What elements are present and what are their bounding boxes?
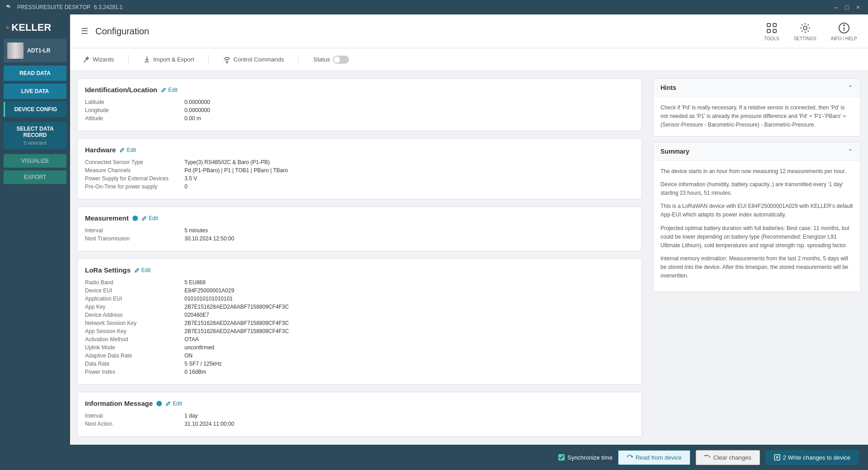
sensor-type-value: Type(3) RS485/I2C & Baro (P1-PB) (184, 159, 270, 165)
field-lora-8: Uplink Modeunconfirmed (85, 344, 634, 351)
lora-field-value-4: 020460E7 (184, 312, 209, 318)
field-lora-9: Adaptive Data RateON (85, 352, 634, 359)
summary-paragraph-4: Internal memory estimation: Measurements… (660, 254, 853, 281)
topbar-left: ☰ Configuration (81, 26, 149, 37)
measurement-indicator (132, 216, 138, 221)
maximize-button[interactable]: □ (843, 3, 852, 12)
lora-field-label-6: App Session Key (85, 328, 184, 334)
info-message-section: Information Message Edit Interval 1 day (77, 392, 642, 437)
lora-field-value-2: 0101010101010101 (184, 296, 233, 302)
summary-paragraph-0: The device starts in an hour from now me… (660, 167, 853, 176)
lora-field-value-3: 2B7E151628AED2A6ABF7158809CF4F3C (184, 304, 289, 310)
clear-changes-label: Clear changes (713, 454, 751, 461)
lora-field-label-4: Device Address (85, 312, 184, 318)
control-commands-button[interactable]: Control Commands (220, 54, 288, 65)
titlebar: PRESSURESUITE DESKTOP 6.3.24291.1 – □ × (0, 0, 868, 14)
device-config-button[interactable]: DEVICE CONFIG (4, 102, 66, 117)
toolbar-sep-3 (298, 54, 299, 65)
sidebar-logo: + KELLER (0, 14, 70, 37)
read-from-device-button[interactable]: Read from device (618, 450, 690, 465)
info-message-title: Information Message (85, 400, 153, 407)
settings-button[interactable]: SETTINGS (794, 22, 816, 41)
field-altitude: Altitude 0.00 m (85, 115, 634, 122)
write-changes-label: 2 Write changes to device (783, 454, 850, 461)
identification-edit-link[interactable]: Edit (161, 87, 178, 93)
sync-checkbox[interactable] (558, 454, 565, 461)
wizards-label: Wizards (93, 56, 114, 63)
info-message-edit-label: Edit (173, 400, 182, 407)
page-title: Configuration (95, 26, 149, 37)
field-pre-on-time: Pre-On-Time for power supply 0 (85, 183, 634, 190)
info-message-edit-link[interactable]: Edit (165, 400, 182, 407)
status-label: Status (313, 56, 330, 63)
app-logo-icon (5, 3, 14, 11)
summary-header: Summary ⌃ (653, 142, 860, 161)
pencil-icon-hw (119, 147, 125, 153)
field-lora-6: App Session Key2B7E151628AED2A6ABF715880… (85, 328, 634, 334)
topbar: ☰ Configuration TOOLS (70, 14, 868, 48)
live-data-button[interactable]: LIVE DATA (4, 84, 66, 99)
hardware-edit-label: Edit (127, 147, 136, 153)
latitude-label: Latitude (85, 99, 184, 105)
refresh-icon (627, 454, 633, 461)
field-next-action: Next Action 31.10.2024 11:00:00 (85, 421, 634, 427)
content-area: ☰ Configuration TOOLS (70, 14, 868, 470)
toolbar-sep-2 (208, 54, 209, 65)
write-changes-button[interactable]: 2 Write changes to device (765, 450, 859, 465)
bottom-bar: Synchronize time Read from device Clear … (70, 445, 868, 470)
power-supply-value: 3.5 V (184, 175, 197, 182)
info-interval-value: 1 day (184, 413, 198, 419)
field-lora-0: Radio Band5 EU868 (85, 279, 634, 286)
latitude-value: 0.0000000 (184, 99, 210, 105)
lora-field-label-1: Device EUI (85, 287, 184, 294)
altitude-label: Altitude (85, 115, 184, 122)
toolbar-sep-1 (128, 54, 129, 65)
sidebar-device[interactable]: ADT1-LR (4, 39, 66, 62)
measurement-edit-link[interactable]: Edit (142, 215, 158, 221)
lora-field-value-10: 5 SF7 / 125kHz (184, 361, 222, 367)
pencil-icon (161, 87, 166, 93)
close-button[interactable]: × (854, 3, 863, 12)
info-message-header: Information Message Edit (85, 400, 634, 407)
brand-logo: + KELLER (5, 22, 65, 33)
wizards-button[interactable]: Wizards (79, 54, 118, 65)
pre-on-time-value: 0 (184, 183, 188, 190)
menu-icon[interactable]: ☰ (81, 26, 88, 36)
pencil-icon-m (142, 216, 147, 221)
identification-header: Identification/Location Edit (85, 86, 634, 94)
export-button[interactable]: EXPORT (4, 170, 66, 184)
info-button[interactable]: INFO / HELP (831, 22, 857, 41)
hardware-header: Hardware Edit (85, 146, 634, 154)
hints-collapse-button[interactable]: ⌃ (848, 84, 853, 91)
hardware-section: Hardware Edit Connected Sensor Type Type… (77, 138, 642, 199)
window-controls: – □ × (832, 3, 863, 12)
svg-rect-3 (773, 29, 776, 33)
field-next-transmission: Next Transmission 30.10.2024 12:50:00 (85, 235, 634, 242)
field-sensor-type: Connected Sensor Type Type(3) RS485/I2C … (85, 159, 634, 165)
tools-label: TOOLS (764, 36, 779, 41)
tools-button[interactable]: TOOLS (764, 22, 779, 41)
clear-changes-button[interactable]: Clear changes (696, 450, 760, 465)
lora-field-label-9: Adaptive Data Rate (85, 352, 184, 359)
minimize-button[interactable]: – (832, 3, 841, 12)
interval-value: 5 minutes (184, 227, 208, 234)
brand-cross: + (5, 24, 9, 32)
hardware-edit-link[interactable]: Edit (119, 147, 136, 153)
hardware-title: Hardware (85, 146, 116, 154)
gear-icon (799, 22, 811, 34)
svg-point-11 (226, 62, 227, 63)
status-toggle[interactable] (333, 56, 349, 64)
summary-title: Summary (660, 148, 689, 155)
visualize-button[interactable]: VISUALIZE (4, 154, 66, 168)
longitude-label: Longitude (85, 107, 184, 113)
select-data-record-button[interactable]: SELECT DATARECORD 0 selected (4, 122, 66, 149)
read-data-button[interactable]: READ DATA (4, 66, 66, 81)
lora-edit-link[interactable]: Edit (134, 267, 151, 273)
summary-collapse-button[interactable]: ⌃ (848, 148, 853, 155)
field-lora-4: Device Address020460E7 (85, 312, 634, 318)
import-export-button[interactable]: Import & Export (140, 54, 198, 65)
field-interval: Interval 5 minutes (85, 227, 634, 234)
sync-label-text: Synchronize time (567, 454, 613, 461)
status-toggle-group: Status (310, 54, 353, 66)
hints-title: Hints (660, 84, 676, 91)
